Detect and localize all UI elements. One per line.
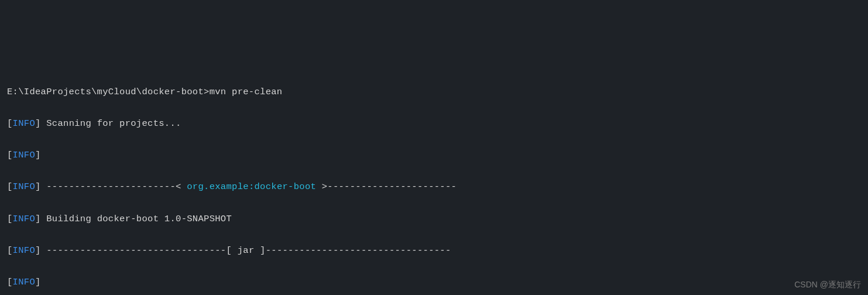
dashes-text: >-----------------------	[316, 181, 457, 192]
info-tag: INFO	[13, 118, 35, 129]
building-text: Building docker-boot 1.0-SNAPSHOT	[41, 214, 232, 224]
command-text: mvn pre-clean	[210, 87, 283, 97]
log-line: [INFO] --------------------------------[…	[7, 243, 861, 259]
command-line: E:\IdeaProjects\myCloud\docker-boot>mvn …	[7, 84, 861, 100]
log-line: [INFO]	[7, 275, 861, 290]
scan-text: Scanning for projects...	[41, 118, 181, 129]
log-line: [INFO] -----------------------< org.exam…	[7, 179, 861, 195]
watermark-text: CSDN @逐知逐行	[794, 277, 861, 292]
dashes-text: -----------------------<	[41, 181, 187, 192]
info-tag: INFO	[13, 150, 35, 160]
log-line: [INFO]	[7, 148, 861, 163]
prompt-text: E:\IdeaProjects\myCloud\docker-boot>	[7, 87, 210, 97]
log-line: [INFO] Building docker-boot 1.0-SNAPSHOT	[7, 211, 861, 227]
terminal-output: E:\IdeaProjects\myCloud\docker-boot>mvn …	[7, 68, 861, 296]
jar-line-text: --------------------------------[ jar ]-…	[41, 245, 451, 256]
log-line: [INFO] Scanning for projects...	[7, 116, 861, 132]
info-tag: INFO	[13, 277, 35, 287]
info-tag: INFO	[13, 181, 35, 192]
project-coord: org.example:docker-boot	[187, 181, 316, 192]
info-tag: INFO	[13, 245, 35, 256]
info-tag: INFO	[13, 214, 35, 224]
